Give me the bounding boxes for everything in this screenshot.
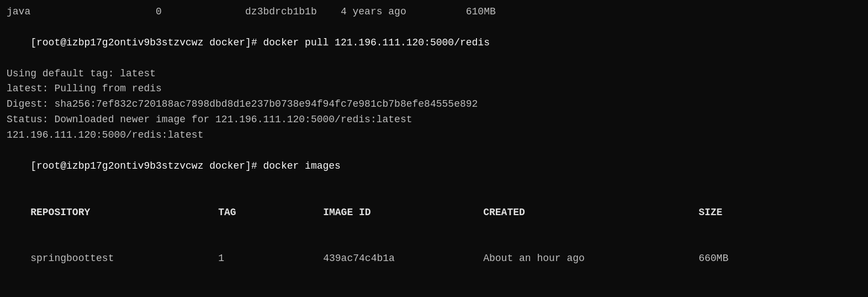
col-header-tag: TAG	[218, 205, 323, 221]
output-pulling: latest: Pulling from redis	[7, 81, 861, 97]
prompt-1: [root@izbp17g2ontiv9b3stzvcwz docker]#	[30, 37, 263, 48]
command-images: docker images	[263, 160, 341, 171]
prompt-2: [root@izbp17g2ontiv9b3stzvcwz docker]#	[30, 160, 263, 171]
table-row: pjhcentos1.0c9896f082c7a2 hours ago360MB	[7, 282, 861, 297]
col-header-id: IMAGE ID	[323, 205, 483, 221]
col-header-repo: REPOSITORY	[30, 205, 218, 221]
output-digest: Digest: sha256:7ef832c720188ac7898dbd8d1…	[7, 97, 861, 112]
row-0-tag: 1	[218, 251, 323, 267]
row-0-size: 660MB	[698, 251, 728, 267]
col-header-created: CREATED	[483, 205, 698, 221]
terminal: java 0 dz3bdrcb1b1b 4 years ago 610MB [r…	[7, 4, 861, 297]
output-image-ref: 121.196.111.120:5000/redis:latest	[7, 128, 861, 143]
table-header-row: REPOSITORYTAGIMAGE IDCREATEDSIZE	[7, 190, 861, 236]
col-header-size: SIZE	[698, 205, 722, 221]
command-line-pull: [root@izbp17g2ontiv9b3stzvcwz docker]# d…	[7, 20, 861, 66]
row-0-id: 439ac74c4b1a	[323, 251, 483, 267]
output-status: Status: Downloaded newer image for 121.1…	[7, 112, 861, 128]
output-line-java: java 0 dz3bdrcb1b1b 4 years ago 610MB	[7, 4, 861, 20]
row-0-created: About an hour ago	[483, 251, 698, 267]
table-row: springboottest1439ac74c4b1aAbout an hour…	[7, 236, 861, 282]
command-pull: docker pull 121.196.111.120:5000/redis	[263, 37, 490, 48]
output-default-tag: Using default tag: latest	[7, 66, 861, 82]
command-line-images: [root@izbp17g2ontiv9b3stzvcwz docker]# d…	[7, 143, 861, 190]
row-0-repo: springboottest	[30, 251, 218, 267]
